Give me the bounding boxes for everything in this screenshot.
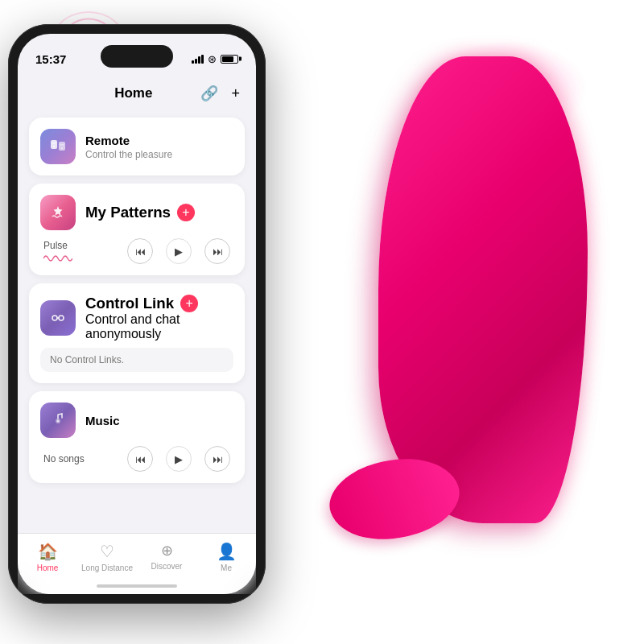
add-nav-icon[interactable]: +: [231, 85, 240, 102]
long-distance-tab-icon: ♡: [100, 542, 114, 561]
product-body: [378, 56, 588, 523]
music-prev-button[interactable]: ⏮: [127, 446, 153, 472]
discover-tab-icon: ⊕: [161, 542, 173, 559]
remote-card-text: Remote Control the pleasure: [85, 134, 172, 160]
long-distance-tab-label: Long Distance: [81, 564, 133, 572]
patterns-card-header: My Patterns +: [40, 195, 233, 230]
tab-long-distance[interactable]: ♡ Long Distance: [77, 542, 137, 572]
patterns-card-icon: [40, 195, 76, 230]
prev-button[interactable]: ⏮: [127, 238, 153, 264]
nav-actions: 🔗 +: [200, 85, 240, 102]
svg-point-5: [61, 147, 63, 149]
music-card-text: Music: [85, 414, 120, 427]
status-time: 15:37: [35, 52, 66, 66]
remote-card-header: Remote Control the pleasure: [40, 129, 233, 164]
svg-point-7: [59, 316, 64, 320]
control-link-add-button[interactable]: +: [180, 295, 198, 312]
phone-frame: 15:37 ⊛: [8, 24, 266, 604]
remote-card[interactable]: Remote Control the pleasure: [29, 118, 245, 175]
control-link-title: Control Link: [85, 295, 174, 312]
me-tab-label: Me: [221, 564, 232, 572]
no-links-text: No Control Links.: [40, 348, 233, 372]
svg-rect-3: [59, 142, 65, 151]
play-button[interactable]: ▶: [166, 238, 192, 264]
music-card-icon: [40, 402, 76, 438]
remote-card-icon: [40, 129, 76, 164]
product-image: [314, 40, 644, 604]
music-play-button[interactable]: ▶: [166, 446, 192, 472]
tab-home[interactable]: 🏠 Home: [18, 542, 77, 572]
phone-wrapper: 15:37 ⊛: [8, 24, 266, 604]
music-card-header: Music: [40, 402, 233, 438]
tab-discover[interactable]: ⊕ Discover: [137, 542, 196, 571]
home-tab-icon: 🏠: [38, 542, 58, 561]
discover-tab-label: Discover: [151, 562, 183, 571]
music-card-title: Music: [85, 414, 120, 427]
next-button[interactable]: ⏭: [204, 238, 230, 264]
svg-rect-0: [51, 140, 57, 149]
playback-controls: ⏮ ▶ ⏭: [127, 238, 230, 264]
music-card[interactable]: Music No songs ⏮ ▶ ⏭: [29, 391, 245, 483]
patterns-card-title: My Patterns: [85, 204, 171, 221]
home-tab-label: Home: [37, 564, 59, 572]
pattern-controls: Pulse ⏮ ▶ ⏭: [40, 238, 233, 264]
dynamic-island: [101, 45, 173, 68]
nav-title: Home: [114, 85, 152, 101]
battery-icon: [221, 55, 238, 64]
patterns-title-row: My Patterns +: [85, 204, 195, 221]
control-link-card[interactable]: Control Link + Control and chat anonymou…: [29, 283, 245, 383]
music-playback-controls: ⏮ ▶ ⏭: [127, 446, 230, 472]
link-icon[interactable]: 🔗: [200, 85, 218, 102]
remote-card-subtitle: Control the pleasure: [85, 149, 172, 160]
pulse-wave-icon: [43, 254, 72, 263]
status-icons: ⊛: [192, 53, 238, 65]
home-indicator: [97, 584, 177, 588]
patterns-card[interactable]: My Patterns + Pulse: [29, 184, 245, 275]
svg-rect-4: [60, 144, 64, 146]
wifi-icon: ⊛: [208, 53, 217, 65]
svg-point-9: [57, 420, 60, 423]
signal-bars-icon: [192, 55, 204, 64]
control-link-icon: [40, 300, 76, 336]
svg-rect-1: [52, 142, 56, 144]
control-link-header: Control Link + Control and chat anonymou…: [40, 295, 233, 341]
me-tab-icon: 👤: [217, 542, 237, 561]
no-songs-label: No songs: [43, 453, 85, 464]
phone-screen: 15:37 ⊛: [18, 34, 256, 594]
svg-point-6: [52, 316, 57, 320]
pattern-label: Pulse: [43, 240, 68, 251]
tab-me[interactable]: 👤 Me: [196, 542, 256, 572]
nav-bar: Home 🔗 +: [18, 76, 256, 111]
scene: 15:37 ⊛: [0, 0, 644, 644]
control-link-text: Control Link + Control and chat anonymou…: [85, 295, 233, 341]
music-next-button[interactable]: ⏭: [204, 446, 230, 472]
remote-card-title: Remote: [85, 134, 172, 147]
music-controls: No songs ⏮ ▶ ⏭: [40, 446, 233, 472]
patterns-add-button[interactable]: +: [177, 204, 195, 221]
control-link-subtitle: Control and chat anonymously: [85, 312, 233, 341]
svg-point-2: [53, 146, 55, 147]
screen-content: Remote Control the pleasure: [18, 111, 256, 538]
